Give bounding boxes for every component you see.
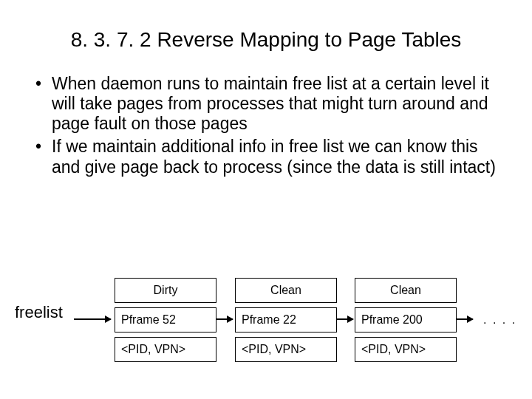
bullet-list: • When daemon runs to maintain free list…: [0, 74, 532, 177]
arrow-icon: [74, 318, 111, 320]
freelist-node: Dirty Pframe 52 <PID, VPN>: [115, 278, 216, 362]
freelist-label: freelist: [15, 303, 63, 322]
freelist-node: Clean Pframe 200 <PID, VPN>: [355, 278, 457, 362]
freelist-diagram: freelist Dirty Pframe 52 <PID, VPN> Clea…: [0, 278, 532, 381]
node-pid-vpn: <PID, VPN>: [235, 337, 337, 362]
ellipsis: . . . .: [483, 313, 516, 327]
bullet-item: • If we maintain additional info in free…: [35, 137, 502, 177]
bullet-marker: •: [35, 74, 52, 134]
node-status: Clean: [355, 278, 457, 303]
arrow-icon: [457, 318, 473, 320]
node-status: Clean: [235, 278, 337, 303]
arrow-icon: [337, 318, 353, 320]
slide-title: 8. 3. 7. 2 Reverse Mapping to Page Table…: [0, 0, 532, 74]
bullet-marker: •: [35, 137, 52, 177]
bullet-item: • When daemon runs to maintain free list…: [35, 74, 502, 134]
node-pframe: Pframe 52: [115, 307, 216, 332]
node-pid-vpn: <PID, VPN>: [115, 337, 216, 362]
node-pframe: Pframe 200: [355, 307, 457, 332]
arrow-icon: [216, 318, 233, 320]
bullet-text: When daemon runs to maintain free list a…: [52, 74, 502, 134]
freelist-node: Clean Pframe 22 <PID, VPN>: [235, 278, 337, 362]
node-pframe: Pframe 22: [235, 307, 337, 332]
node-status: Dirty: [115, 278, 216, 303]
node-pid-vpn: <PID, VPN>: [355, 337, 457, 362]
bullet-text: If we maintain additional info in free l…: [52, 137, 502, 177]
